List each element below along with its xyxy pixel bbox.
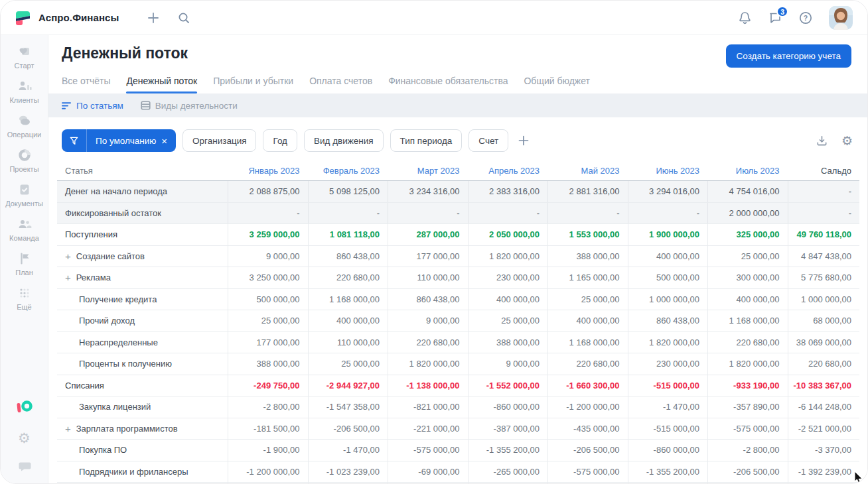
bell-icon [738,11,752,25]
row-value-jul: 2 000 000,00 [707,203,788,224]
table-row[interactable]: + Зарплата программистов -181 500,00 -20… [57,418,859,440]
column-header-march[interactable]: Март 2023 [388,166,468,176]
add-button[interactable] [147,11,160,25]
column-header-january[interactable]: Январь 2023 [228,166,308,176]
row-label: Зарплата программистов [76,424,178,434]
row-value-apr: -265 000,00 [468,461,548,483]
filter-chip-movement-type[interactable]: Вид движения [304,129,384,152]
settings-icon[interactable]: ⚙ [18,431,31,445]
filter-chip-period-type[interactable]: Тип периода [390,129,463,152]
help-button[interactable]: ? [798,11,813,25]
table-row[interactable]: + Фиксированный остаток - - - - - - 2 00… [57,203,859,225]
create-category-button[interactable]: Создать категорию учета [726,44,851,68]
filter-chip-year[interactable]: Год [263,129,297,152]
row-value-apr: 1 820 000,00 [468,246,548,267]
aspro-logo-icon[interactable] [15,399,34,416]
table-row[interactable]: + Нераспределенные 177 000,00 110 000,00… [57,332,859,354]
table-row[interactable]: + Проценты к получению 388 000,00 25 000… [57,353,859,375]
subtab-by-articles[interactable]: По статьям [62,101,123,111]
filter-chip-account[interactable]: Счет [469,129,508,152]
view-switcher: По статьям Виды деятельности [48,93,867,117]
row-value-jun: 1 000 000,00 [628,289,708,310]
sidebar-item-label: Операции [7,131,41,139]
column-header-april[interactable]: Апрель 2023 [468,166,548,176]
row-value-jan: 177 000,00 [228,332,308,353]
gear-icon: ⚙ [841,135,853,147]
sidebar-item-projects[interactable]: Проекты [1,147,48,173]
tab-budget[interactable]: Общий бюджет [524,76,589,93]
table-row[interactable]: + Закупка лицензий -2 800,00 -1 547 358,… [57,396,859,418]
table-row[interactable]: + Зарплата программистов -3 000,00 -1 54… [57,483,859,483]
table-row[interactable]: + Реклама 3 250 000,00 220 680,00 110 00… [57,267,859,289]
tab-invoices[interactable]: Оплата счетов [309,76,372,93]
sidebar-item-more[interactable]: Ещё [1,285,48,311]
column-header-july[interactable]: Июль 2023 [707,166,788,176]
sidebar-item-documents[interactable]: Документы [1,182,48,208]
export-button[interactable] [816,135,828,147]
row-value-mar: 220 680,00 [388,332,468,353]
search-button[interactable] [177,11,190,25]
support-chat-icon[interactable] [17,459,32,473]
row-value-jul: -933 190,00 [707,375,788,396]
messages-button[interactable]: 3 [768,11,782,25]
tab-liabilities[interactable]: Финансовые обязательства [388,76,508,93]
row-value-jun: -515 000,00 [628,418,708,440]
table-row[interactable]: + Создание сайтов 9 000,00 860 438,00 17… [57,246,859,268]
column-header-saldo[interactable]: Сальдо [788,166,860,176]
row-value-saldo: -2 521 000,00 [788,418,860,440]
clear-filter-icon[interactable]: × [161,135,167,147]
brand[interactable]: Аспро.Финансы [14,9,119,26]
expand-icon[interactable]: + [65,272,71,282]
column-header-article[interactable]: Статья [57,166,228,176]
sidebar-item-operations[interactable]: Операции [1,113,48,139]
top-bar: Аспро.Финансы 3 [1,1,867,35]
add-filter-button[interactable] [518,135,530,147]
expand-icon[interactable]: + [65,424,71,434]
row-value-jun: -860 000,00 [628,440,708,461]
row-label-cell: + Закупка лицензий [57,396,228,418]
row-value-apr: 388 000,00 [468,332,548,353]
table-row[interactable]: + Подрядчики и фрилансеры -1 200 000,00 … [57,461,859,483]
row-value-jun: -1 355 200,00 [628,461,708,483]
column-header-may[interactable]: Май 2023 [547,166,628,176]
row-value-jan: -249 750,00 [228,375,308,396]
tab-profit-loss[interactable]: Прибыли и убытки [213,76,293,93]
row-value-jan: 3 259 000,00 [228,224,308,245]
filter-chip-organization[interactable]: Организация [182,129,256,152]
sidebar-item-plan[interactable]: План [1,251,48,276]
row-value-feb: 1 081 118,00 [308,224,388,245]
row-value-jun: 860 438,00 [628,310,708,332]
subtab-activity-types[interactable]: Виды деятельности [141,101,238,111]
sidebar-item-start[interactable]: Старт [1,44,48,70]
svg-text:?: ? [804,14,808,22]
table-row[interactable]: + Получение кредита 500 000,00 1 168 000… [57,289,859,311]
row-value-may: -435 000,00 [547,418,628,440]
row-value-saldo: -3 370,00 [788,440,860,461]
report-tabs: Все отчёты Денежный поток Прибыли и убыт… [48,68,867,93]
user-avatar[interactable] [829,6,853,30]
table-row[interactable]: + Поступления 3 259 000,00 1 081 118,00 … [57,224,859,246]
table-row[interactable]: + Списания -249 750,00 -2 944 927,00 -1 … [57,375,859,397]
sidebar-item-team[interactable]: Команда [1,216,48,242]
table-row[interactable]: + Покупка ПО -1 900,00 -1 470,00 -575 00… [57,440,859,461]
projects-icon [17,147,33,163]
tab-cash-flow[interactable]: Денежный поток [126,76,197,93]
row-value-mar: -821 000,00 [388,483,468,483]
column-header-june[interactable]: Июнь 2023 [628,166,708,176]
row-value-saldo: - [788,181,860,202]
table-row[interactable]: + Денег на начало периода 2 088 875,00 5… [57,181,859,203]
column-header-february[interactable]: Февраль 2023 [308,166,388,176]
row-value-feb: - [308,203,388,224]
row-value-apr: 9 000,00 [468,353,548,375]
sort-lines-icon [62,101,72,110]
expand-icon[interactable]: + [65,251,71,261]
row-value-feb: 110 000,00 [308,332,388,353]
table-row[interactable]: + Прочий доход 25 000,00 400 000,00 9 00… [57,310,859,332]
sidebar-item-clients[interactable]: Клиенты [1,78,48,104]
active-filter-chip[interactable]: По умолчанию × [62,129,176,152]
notifications-button[interactable] [738,11,752,25]
avatar-image [829,6,853,30]
table-settings-button[interactable]: ⚙ [841,135,853,147]
row-value-saldo: 5 775 680,00 [788,267,860,288]
tab-all-reports[interactable]: Все отчёты [62,76,110,93]
